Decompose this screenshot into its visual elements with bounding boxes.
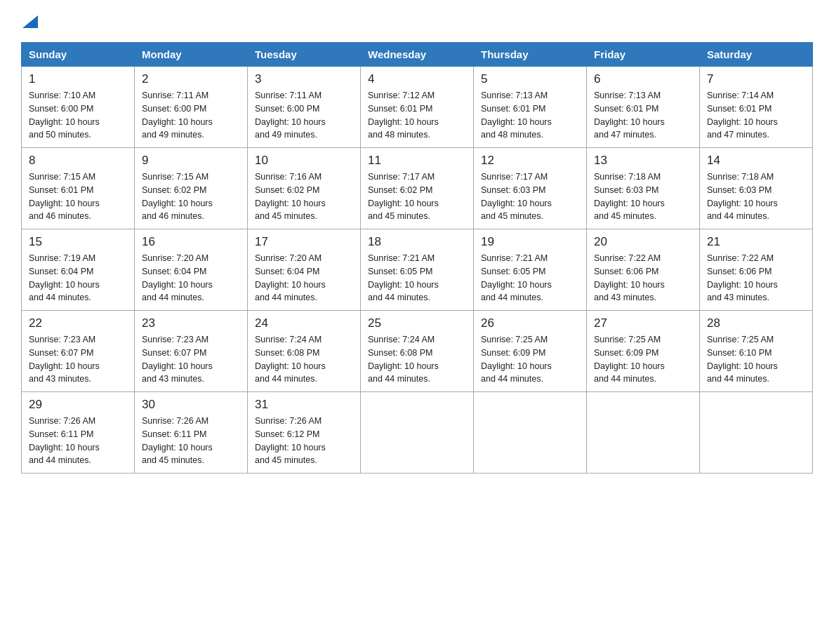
day-info: Sunrise: 7:20 AMSunset: 6:04 PMDaylight:… xyxy=(255,253,326,302)
day-cell: 20 Sunrise: 7:22 AMSunset: 6:06 PMDaylig… xyxy=(587,229,700,311)
day-cell: 27 Sunrise: 7:25 AMSunset: 6:09 PMDaylig… xyxy=(587,311,700,392)
day-cell: 7 Sunrise: 7:14 AMSunset: 6:01 PMDayligh… xyxy=(700,67,813,148)
week-row-3: 15 Sunrise: 7:19 AMSunset: 6:04 PMDaylig… xyxy=(22,229,813,311)
day-info: Sunrise: 7:25 AMSunset: 6:09 PMDaylight:… xyxy=(594,335,665,384)
day-number: 21 xyxy=(707,235,805,249)
week-row-4: 22 Sunrise: 7:23 AMSunset: 6:07 PMDaylig… xyxy=(22,311,813,392)
day-cell: 13 Sunrise: 7:18 AMSunset: 6:03 PMDaylig… xyxy=(587,148,700,229)
day-number: 10 xyxy=(255,154,353,168)
weekday-header-wednesday: Wednesday xyxy=(361,43,474,67)
day-number: 24 xyxy=(255,316,353,330)
day-cell: 15 Sunrise: 7:19 AMSunset: 6:04 PMDaylig… xyxy=(22,229,135,311)
day-info: Sunrise: 7:18 AMSunset: 6:03 PMDaylight:… xyxy=(707,172,778,221)
day-info: Sunrise: 7:17 AMSunset: 6:02 PMDaylight:… xyxy=(368,172,439,221)
day-cell: 16 Sunrise: 7:20 AMSunset: 6:04 PMDaylig… xyxy=(135,229,248,311)
day-number: 14 xyxy=(707,154,805,168)
weekday-header-monday: Monday xyxy=(135,43,248,67)
weekday-header-sunday: Sunday xyxy=(22,43,135,67)
day-info: Sunrise: 7:15 AMSunset: 6:01 PMDaylight:… xyxy=(29,172,100,221)
day-number: 31 xyxy=(255,398,353,412)
weekday-header-row: SundayMondayTuesdayWednesdayThursdayFrid… xyxy=(22,43,813,67)
day-info: Sunrise: 7:15 AMSunset: 6:02 PMDaylight:… xyxy=(142,172,213,221)
day-info: Sunrise: 7:19 AMSunset: 6:04 PMDaylight:… xyxy=(29,253,100,302)
day-info: Sunrise: 7:14 AMSunset: 6:01 PMDaylight:… xyxy=(707,90,778,140)
day-number: 11 xyxy=(368,154,466,168)
weekday-header-thursday: Thursday xyxy=(474,43,587,67)
day-number: 5 xyxy=(481,72,579,86)
day-info: Sunrise: 7:21 AMSunset: 6:05 PMDaylight:… xyxy=(368,253,439,302)
logo xyxy=(21,14,38,28)
day-number: 3 xyxy=(255,72,353,86)
day-cell: 8 Sunrise: 7:15 AMSunset: 6:01 PMDayligh… xyxy=(22,148,135,229)
weekday-header-tuesday: Tuesday xyxy=(248,43,361,67)
day-cell: 4 Sunrise: 7:12 AMSunset: 6:01 PMDayligh… xyxy=(361,67,474,148)
weekday-header-friday: Friday xyxy=(587,43,700,67)
day-number: 25 xyxy=(368,316,466,330)
day-number: 13 xyxy=(594,154,692,168)
day-info: Sunrise: 7:23 AMSunset: 6:07 PMDaylight:… xyxy=(142,335,213,384)
day-number: 19 xyxy=(481,235,579,249)
day-number: 17 xyxy=(255,235,353,249)
calendar-table: SundayMondayTuesdayWednesdayThursdayFrid… xyxy=(21,42,813,474)
day-info: Sunrise: 7:17 AMSunset: 6:03 PMDaylight:… xyxy=(481,172,552,221)
day-number: 9 xyxy=(142,154,240,168)
day-info: Sunrise: 7:13 AMSunset: 6:01 PMDaylight:… xyxy=(594,90,665,140)
day-cell xyxy=(474,392,587,474)
day-info: Sunrise: 7:22 AMSunset: 6:06 PMDaylight:… xyxy=(707,253,778,302)
day-cell: 25 Sunrise: 7:24 AMSunset: 6:08 PMDaylig… xyxy=(361,311,474,392)
day-cell: 17 Sunrise: 7:20 AMSunset: 6:04 PMDaylig… xyxy=(248,229,361,311)
svg-marker-0 xyxy=(22,15,38,28)
day-cell: 5 Sunrise: 7:13 AMSunset: 6:01 PMDayligh… xyxy=(474,67,587,148)
day-cell: 24 Sunrise: 7:24 AMSunset: 6:08 PMDaylig… xyxy=(248,311,361,392)
day-cell: 2 Sunrise: 7:11 AMSunset: 6:00 PMDayligh… xyxy=(135,67,248,148)
day-number: 16 xyxy=(142,235,240,249)
day-info: Sunrise: 7:23 AMSunset: 6:07 PMDaylight:… xyxy=(29,335,100,384)
day-info: Sunrise: 7:12 AMSunset: 6:01 PMDaylight:… xyxy=(368,90,439,140)
day-info: Sunrise: 7:18 AMSunset: 6:03 PMDaylight:… xyxy=(594,172,665,221)
day-info: Sunrise: 7:26 AMSunset: 6:11 PMDaylight:… xyxy=(142,416,213,465)
day-cell: 22 Sunrise: 7:23 AMSunset: 6:07 PMDaylig… xyxy=(22,311,135,392)
day-number: 6 xyxy=(594,72,692,86)
day-info: Sunrise: 7:20 AMSunset: 6:04 PMDaylight:… xyxy=(142,253,213,302)
day-number: 22 xyxy=(29,316,127,330)
day-info: Sunrise: 7:16 AMSunset: 6:02 PMDaylight:… xyxy=(255,172,326,221)
day-info: Sunrise: 7:22 AMSunset: 6:06 PMDaylight:… xyxy=(594,253,665,302)
day-info: Sunrise: 7:25 AMSunset: 6:09 PMDaylight:… xyxy=(481,335,552,384)
day-cell: 23 Sunrise: 7:23 AMSunset: 6:07 PMDaylig… xyxy=(135,311,248,392)
day-cell: 9 Sunrise: 7:15 AMSunset: 6:02 PMDayligh… xyxy=(135,148,248,229)
day-cell: 12 Sunrise: 7:17 AMSunset: 6:03 PMDaylig… xyxy=(474,148,587,229)
day-cell: 31 Sunrise: 7:26 AMSunset: 6:12 PMDaylig… xyxy=(248,392,361,474)
day-cell: 30 Sunrise: 7:26 AMSunset: 6:11 PMDaylig… xyxy=(135,392,248,474)
day-number: 1 xyxy=(29,72,127,86)
day-number: 29 xyxy=(29,398,127,412)
day-number: 30 xyxy=(142,398,240,412)
week-row-1: 1 Sunrise: 7:10 AMSunset: 6:00 PMDayligh… xyxy=(22,67,813,148)
day-number: 20 xyxy=(594,235,692,249)
day-cell xyxy=(587,392,700,474)
day-number: 8 xyxy=(29,154,127,168)
page-header xyxy=(21,14,813,28)
day-info: Sunrise: 7:24 AMSunset: 6:08 PMDaylight:… xyxy=(255,335,326,384)
day-info: Sunrise: 7:10 AMSunset: 6:00 PMDaylight:… xyxy=(29,90,100,140)
day-number: 26 xyxy=(481,316,579,330)
week-row-2: 8 Sunrise: 7:15 AMSunset: 6:01 PMDayligh… xyxy=(22,148,813,229)
week-row-5: 29 Sunrise: 7:26 AMSunset: 6:11 PMDaylig… xyxy=(22,392,813,474)
day-number: 15 xyxy=(29,235,127,249)
day-number: 12 xyxy=(481,154,579,168)
day-cell: 21 Sunrise: 7:22 AMSunset: 6:06 PMDaylig… xyxy=(700,229,813,311)
day-info: Sunrise: 7:11 AMSunset: 6:00 PMDaylight:… xyxy=(142,90,213,140)
day-cell xyxy=(700,392,813,474)
day-cell xyxy=(361,392,474,474)
day-number: 27 xyxy=(594,316,692,330)
day-cell: 26 Sunrise: 7:25 AMSunset: 6:09 PMDaylig… xyxy=(474,311,587,392)
day-cell: 19 Sunrise: 7:21 AMSunset: 6:05 PMDaylig… xyxy=(474,229,587,311)
day-cell: 11 Sunrise: 7:17 AMSunset: 6:02 PMDaylig… xyxy=(361,148,474,229)
day-number: 18 xyxy=(368,235,466,249)
day-cell: 28 Sunrise: 7:25 AMSunset: 6:10 PMDaylig… xyxy=(700,311,813,392)
day-cell: 29 Sunrise: 7:26 AMSunset: 6:11 PMDaylig… xyxy=(22,392,135,474)
day-number: 2 xyxy=(142,72,240,86)
day-number: 23 xyxy=(142,316,240,330)
day-info: Sunrise: 7:26 AMSunset: 6:11 PMDaylight:… xyxy=(29,416,100,465)
day-info: Sunrise: 7:26 AMSunset: 6:12 PMDaylight:… xyxy=(255,416,326,465)
day-info: Sunrise: 7:21 AMSunset: 6:05 PMDaylight:… xyxy=(481,253,552,302)
